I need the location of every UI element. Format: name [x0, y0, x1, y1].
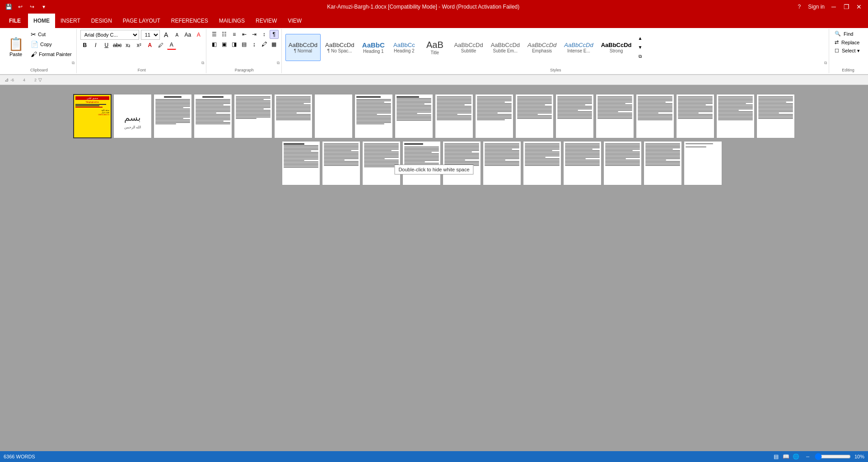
- tab-view[interactable]: VIEW: [282, 14, 307, 28]
- page-7[interactable]: [314, 94, 353, 138]
- zoom-slider[interactable]: [815, 453, 851, 460]
- select-button[interactable]: ☐ Select ▾: [833, 47, 863, 55]
- copy-button[interactable]: 📄 Copy: [29, 40, 74, 49]
- grow-font-btn[interactable]: A: [162, 30, 171, 39]
- border-btn[interactable]: ▦: [270, 40, 279, 49]
- subscript-btn[interactable]: x₂: [124, 41, 133, 50]
- line-spacing-btn[interactable]: ↨: [250, 40, 259, 49]
- font-size-select[interactable]: 11: [141, 30, 160, 40]
- tab-mailings[interactable]: MAILINGS: [214, 14, 250, 28]
- page-6[interactable]: [274, 94, 313, 138]
- page-21[interactable]: [362, 141, 401, 185]
- sort-btn[interactable]: ↕: [260, 30, 269, 39]
- align-right-btn[interactable]: ◨: [230, 40, 239, 49]
- tab-insert[interactable]: INSERT: [55, 14, 86, 28]
- style-nospace[interactable]: AaBbCcDd ¶ No Spac...: [322, 34, 357, 61]
- page-22[interactable]: [402, 141, 441, 185]
- style-heading1[interactable]: AaBbC Heading 1: [359, 34, 388, 61]
- help-btn[interactable]: ?: [798, 4, 801, 10]
- tab-file[interactable]: FILE: [2, 14, 28, 28]
- tab-pagelayout[interactable]: PAGE LAYOUT: [117, 14, 166, 28]
- page-11[interactable]: [475, 94, 513, 138]
- style-intenseEm[interactable]: AaBbCcDd Intense E...: [561, 34, 596, 61]
- replace-button[interactable]: ⇄ Replace: [833, 38, 863, 46]
- page-29[interactable]: [684, 141, 722, 185]
- shading-btn[interactable]: 🖍: [260, 40, 269, 49]
- page-19[interactable]: [282, 141, 320, 185]
- page-1[interactable]: تحقیق آنلاین Tahghighooline مرجع دانلود …: [73, 94, 112, 138]
- page-4[interactable]: [194, 94, 232, 138]
- superscript-btn[interactable]: x²: [135, 41, 144, 50]
- page-8[interactable]: [355, 94, 393, 138]
- style-normal[interactable]: AaBbCcDd ¶ Normal: [285, 34, 321, 61]
- style-heading2[interactable]: AaBbCc Heading 2: [389, 34, 419, 61]
- page-26[interactable]: [563, 141, 602, 185]
- numbering-btn[interactable]: ☷: [220, 30, 229, 39]
- underline-btn[interactable]: U: [102, 41, 111, 50]
- text-color-btn[interactable]: A: [145, 41, 154, 50]
- font-name-select[interactable]: Arial (Body C...: [80, 30, 139, 40]
- page-10[interactable]: [435, 94, 473, 138]
- paste-button[interactable]: 📋 Paste: [5, 30, 27, 65]
- page-3[interactable]: [154, 94, 192, 138]
- page-18[interactable]: [756, 94, 795, 138]
- signin-label[interactable]: Sign in: [808, 4, 825, 10]
- page-13[interactable]: [555, 94, 594, 138]
- align-center-btn[interactable]: ▣: [220, 40, 229, 49]
- style-strong[interactable]: AaBbCcDd Strong: [598, 34, 635, 61]
- multilevel-btn[interactable]: ≡: [230, 30, 239, 39]
- strikethrough-btn[interactable]: abc: [113, 41, 122, 50]
- font-expand[interactable]: ⧉: [201, 60, 205, 66]
- tab-review[interactable]: REVIEW: [250, 14, 282, 28]
- bullets-btn[interactable]: ☰: [210, 30, 219, 39]
- close-btn[interactable]: ✕: [854, 2, 864, 11]
- style-title[interactable]: AaB Title: [420, 34, 449, 61]
- read-mode-btn[interactable]: 📖: [782, 453, 791, 461]
- ruler-marker-left[interactable]: ⊿: [5, 77, 9, 83]
- para-expand[interactable]: ⧉: [276, 60, 280, 66]
- page-14[interactable]: [596, 94, 634, 138]
- shrink-font-btn[interactable]: A: [173, 30, 182, 39]
- customize-btn[interactable]: ▾: [39, 2, 49, 12]
- styles-down-icon[interactable]: ▼: [638, 45, 643, 50]
- page-17[interactable]: [716, 94, 755, 138]
- style-subtleEm[interactable]: AaBbCcDd Subtle Em...: [488, 34, 523, 61]
- page-23[interactable]: [443, 141, 481, 185]
- page-28[interactable]: [644, 141, 682, 185]
- page-24[interactable]: [483, 141, 521, 185]
- page-15[interactable]: [636, 94, 674, 138]
- undo-btn[interactable]: ↩: [15, 2, 25, 12]
- justify-btn[interactable]: ▤: [240, 40, 249, 49]
- styles-up-icon[interactable]: ▲: [638, 36, 643, 41]
- change-case-btn[interactable]: Aa: [183, 30, 192, 39]
- page-5[interactable]: [234, 94, 272, 138]
- styles-scroll[interactable]: ▲ ▼ ⧉: [636, 34, 644, 61]
- format-painter-button[interactable]: 🖌 Format Painter: [29, 50, 74, 59]
- style-emphasis[interactable]: AaBbCcDd Emphasis: [524, 34, 560, 61]
- clipboard-expand[interactable]: ⧉: [71, 60, 75, 66]
- page-12[interactable]: [515, 94, 554, 138]
- tab-home[interactable]: HOME: [28, 14, 55, 28]
- page-20[interactable]: [322, 141, 360, 185]
- ruler-marker-right[interactable]: ▽: [38, 77, 42, 82]
- increase-indent-btn[interactable]: ⇥: [250, 30, 259, 39]
- web-layout-btn[interactable]: 🌐: [792, 453, 801, 461]
- minimize-btn[interactable]: ─: [828, 2, 839, 11]
- clear-format-btn[interactable]: A: [194, 30, 203, 39]
- find-button[interactable]: 🔍 Find: [833, 30, 863, 38]
- restore-btn[interactable]: ❐: [841, 2, 852, 11]
- page-16[interactable]: [676, 94, 714, 138]
- page-2[interactable]: بسم الله الرحمن: [113, 94, 152, 138]
- decrease-indent-btn[interactable]: ⇤: [240, 30, 249, 39]
- page-25[interactable]: [523, 141, 561, 185]
- page-27[interactable]: [603, 141, 642, 185]
- bold-btn[interactable]: B: [80, 41, 89, 50]
- show-para-btn[interactable]: ¶: [270, 30, 279, 39]
- highlight-btn[interactable]: 🖊: [156, 41, 165, 50]
- tab-references[interactable]: REFERENCES: [166, 14, 214, 28]
- font-color-btn[interactable]: A: [167, 41, 176, 50]
- styles-expand[interactable]: ⧉: [823, 60, 828, 66]
- align-left-btn[interactable]: ◧: [210, 40, 219, 49]
- style-subtitle[interactable]: AaBbCcDd Subtitle: [451, 34, 486, 61]
- tab-design[interactable]: DESIGN: [86, 14, 117, 28]
